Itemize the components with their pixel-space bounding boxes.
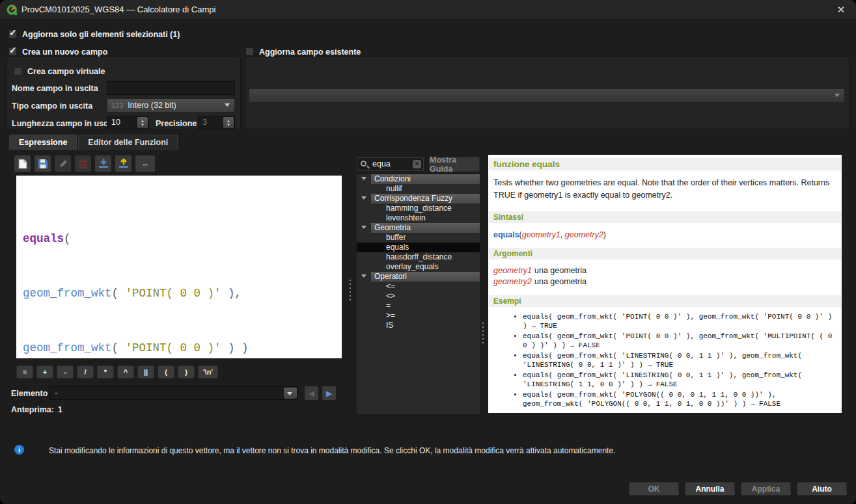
arrow-left-icon: ◀ [309,389,314,398]
checkbox-icon[interactable] [14,67,22,75]
example-item: equals( geom_from_wkt( 'POINT( 0 0 )' ),… [523,332,835,351]
title-bar: ProvCM01012025_WGS84 — Calcolatore di Ca… [0,0,856,20]
close-icon[interactable]: ✕ [834,3,848,17]
output-type-label: Tipo campo in uscita [12,101,92,111]
splitter-handle[interactable] [482,321,484,343]
function-help-panel: funzione equals Tests whether two geomet… [488,155,842,413]
function-item-lte[interactable]: <= [357,282,480,291]
next-feature-button[interactable]: ▶ [322,386,336,400]
preview-row: Anteprima:1 [11,405,62,414]
output-name-input[interactable] [107,81,235,95]
qgis-logo-icon [7,4,18,16]
operator-plus-button[interactable]: + [36,365,53,378]
tree-group-condizioni[interactable]: Condizioni [357,174,480,184]
checkbox-icon[interactable] [245,47,254,56]
output-length-stepper[interactable]: 10 ▲▼ [107,116,149,129]
precision-label: Precisione [156,119,197,128]
function-tree[interactable]: Condizioni nullif Corrispondenza Fuzzy h… [357,174,480,414]
search-icon [361,161,366,166]
splitter-handle[interactable] [349,278,352,300]
function-item-overlay-equals[interactable]: overlay_equals [357,262,480,272]
new-expression-button[interactable] [14,155,31,172]
function-item-eq[interactable]: = [357,301,480,311]
output-name-label: Nome campo in uscita [12,84,98,93]
feature-combo[interactable]: - [49,386,298,400]
tab-bar: Espressione Editor delle Funzioni [9,135,179,150]
help-arguments: geometry1 una geometria geometry2 una ge… [493,266,836,286]
previous-feature-button: ◀ [305,386,318,400]
function-item-equals[interactable]: equals [357,243,480,252]
output-type-value: Intero (32 bit) [128,101,176,110]
info-icon: i [14,445,24,455]
update-existing-field-checkbox[interactable]: Aggiorna campo esistente [245,47,361,57]
function-search-input[interactable]: equa ✕ [357,157,424,171]
import-expression-button[interactable] [95,155,111,172]
integer-type-icon: 123 [111,101,123,109]
precision-value: 3 [202,116,207,129]
function-item-hamming-distance[interactable]: hamming_distance [357,204,480,213]
function-item-is[interactable]: IS [357,321,480,330]
update-existing-field-label: Aggiorna campo esistente [259,47,361,57]
operator-power-button[interactable]: ^ [117,365,134,378]
field-calculator-dialog: ProvCM01012025_WGS84 — Calcolatore di Ca… [0,0,856,504]
chevron-expanded-icon[interactable] [361,177,366,180]
operator-concat-button[interactable]: || [137,365,154,378]
save-icon [38,159,48,168]
trash-icon [79,159,87,168]
show-help-button[interactable]: Mostra Guida [429,157,480,172]
operator-multiply-button[interactable]: * [97,365,114,378]
function-item-buffer[interactable]: buffer [357,233,480,243]
window-title: ProvCM01012025_WGS84 — Calcolatore di Ca… [21,0,215,20]
operator-minus-button[interactable]: - [57,365,74,378]
only-selected-checkbox[interactable]: Aggiorna solo gli elementi selezionati (… [8,29,180,39]
feature-value: - [55,387,57,399]
tree-group-operatori[interactable]: Operatori [357,272,480,282]
delete-expression-button [75,155,91,172]
code-function: equals [23,232,64,245]
checkbox-icon[interactable] [8,30,17,38]
output-type-combo[interactable]: 123 Intero (32 bit) [107,98,235,113]
chevron-expanded-icon[interactable] [361,274,366,278]
arrow-right-icon: ▶ [326,389,332,398]
virtual-field-label: Crea campo virtuale [27,67,105,76]
operator-open-paren-button[interactable]: ( [158,365,174,378]
cancel-button[interactable]: Annulla [685,482,735,496]
export-arrow-icon [118,159,129,168]
clear-search-icon[interactable]: ✕ [413,160,421,168]
tree-group-corrispondenza-fuzzy[interactable]: Corrispondenza Fuzzy [357,194,480,204]
argument-row: geometry1 una geometria [493,266,836,275]
tab-function-editor[interactable]: Editor delle Funzioni [78,135,178,150]
export-expression-button[interactable] [115,155,131,172]
help-syntax: equals(geometry1, geometry2) [493,230,836,239]
save-expression-button[interactable] [35,155,51,172]
function-item-gte[interactable]: >= [357,311,480,321]
operator-equals-button[interactable]: = [16,365,33,378]
pencil-icon [59,159,68,168]
checkbox-icon[interactable] [8,47,17,56]
spinner-arrows-icon: ▲▼ [223,117,234,128]
chevron-down-icon[interactable] [284,388,297,399]
tab-expression[interactable]: Espressione [9,135,77,150]
expression-editor[interactable]: equals( geom_from_wkt( 'POINT( 0 0 )' ),… [16,176,342,358]
function-item-hausdorff-distance[interactable]: hausdorff_distance [357,252,480,262]
preview-label: Anteprima: [11,405,54,414]
chevron-expanded-icon[interactable] [361,226,366,229]
tree-group-geometria[interactable]: Geometria [357,223,480,233]
operator-divide-button[interactable]: / [77,365,94,378]
toolbar-extra-button[interactable]: -- [135,155,155,172]
ok-button: OK [629,482,679,496]
virtual-field-checkbox[interactable]: Crea campo virtuale [14,66,105,76]
function-item-neq[interactable]: <> [357,291,480,301]
new-field-group: Crea campo virtuale Nome campo in uscita… [7,57,241,129]
edit-mode-warning: Stai modificando le informazioni di ques… [49,446,615,455]
code-function: geom_from_wkt [23,287,112,300]
function-item-levenshtein[interactable]: levenshtein [357,213,480,223]
operator-newline-button[interactable]: '\n' [198,365,218,378]
help-button[interactable]: Aiuto [797,482,847,496]
chevron-expanded-icon[interactable] [361,196,366,200]
function-item-nullif[interactable]: nullif [357,184,480,194]
argument-row: geometry2 una geometria [493,277,836,286]
operator-close-paren-button[interactable]: ) [178,365,195,378]
create-new-field-checkbox[interactable]: Crea un nuovo campo [8,47,107,57]
spinner-arrows-icon[interactable]: ▲▼ [137,117,148,128]
